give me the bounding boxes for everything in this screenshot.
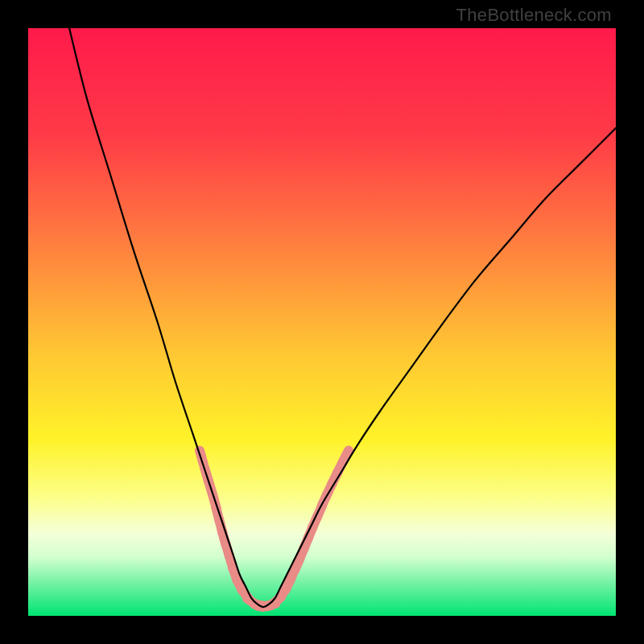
watermark-text: TheBottleneck.com xyxy=(456,5,612,26)
chart-frame: TheBottleneck.com xyxy=(0,0,644,644)
marker-cluster xyxy=(200,451,349,608)
bottleneck-curve xyxy=(69,28,616,607)
plot-area xyxy=(28,28,616,616)
curve-layer xyxy=(28,28,616,616)
